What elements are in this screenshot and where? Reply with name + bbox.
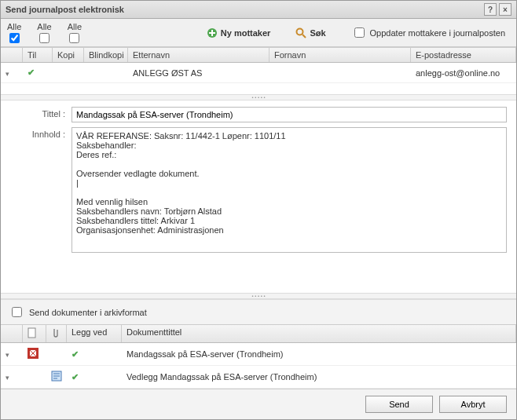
- send-arkivformat-checkbox[interactable]: [12, 307, 22, 317]
- check-alle-3-box[interactable]: [69, 33, 79, 43]
- splitter-top[interactable]: • • • • •: [1, 94, 516, 100]
- recipients-header: Til Kopi Blindkopi Etternavn Fornavn E-p…: [1, 47, 516, 63]
- pdf-icon: [28, 351, 38, 360]
- doc-row[interactable]: ▾ ✔ Mandagssak på ESA-server (Trondheim): [1, 343, 516, 366]
- col-blindkopi[interactable]: Blindkopi: [84, 48, 128, 62]
- check-alle-1-box[interactable]: [9, 33, 20, 43]
- window-title: Send journalpost elektronisk: [6, 5, 124, 14]
- options-bar: Send dokumenter i arkivformat: [1, 299, 516, 324]
- sok-button[interactable]: Søk: [291, 25, 330, 41]
- send-button[interactable]: Send: [365, 396, 433, 413]
- avbryt-button[interactable]: Avbryt: [439, 396, 507, 413]
- ny-mottaker-button[interactable]: Ny mottaker: [202, 25, 276, 41]
- oppdater-label: Oppdater mottakere i journalposten: [370, 28, 505, 38]
- oppdater-checkbox[interactable]: [354, 27, 365, 38]
- paperclip-icon: [51, 327, 60, 338]
- recipient-row[interactable]: ▾ ✔ ANLEGG ØST AS anlegg-ost@online.no: [1, 63, 516, 83]
- tittel-input[interactable]: [72, 107, 507, 122]
- oppdater-mottakere-checkbox[interactable]: Oppdater mottakere i journalposten: [346, 23, 510, 42]
- toolbar: Alle Alle Alle Ny mottaker Søk Oppdater …: [1, 19, 516, 47]
- expand-icon[interactable]: ▾: [6, 351, 9, 359]
- docs-body: ▾ ✔ Mandagssak på ESA-server (Trondheim)…: [1, 343, 516, 389]
- expand-icon[interactable]: ▾: [6, 374, 9, 382]
- check-alle-2-label: Alle: [37, 22, 51, 31]
- check-alle-3[interactable]: Alle: [68, 22, 82, 43]
- leggved-check-icon: ✔: [72, 372, 79, 382]
- innhold-textarea[interactable]: VÅR REFERANSE: Saksnr: 11/442-1 Løpenr: …: [72, 127, 507, 253]
- col-dokumenttittel[interactable]: Dokumenttittel: [122, 325, 516, 342]
- doc-row[interactable]: ▾ ✔ Vedlegg Mandagssak på ESA-server (Tr…: [1, 366, 516, 389]
- col-fornavn[interactable]: Fornavn: [270, 48, 411, 62]
- add-circle-icon: [207, 27, 218, 38]
- svg-rect-3: [28, 328, 35, 338]
- col-epost[interactable]: E-postadresse: [411, 48, 516, 62]
- check-alle-2[interactable]: Alle: [37, 22, 51, 43]
- check-alle-2-box[interactable]: [39, 33, 50, 43]
- col-leggved[interactable]: Legg ved: [67, 325, 122, 342]
- doc-title: Vedlegg Mandagssak på ESA-server (Trondh…: [122, 370, 516, 384]
- cell-epost: anlegg-ost@online.no: [411, 66, 516, 80]
- magnifier-icon: [295, 27, 306, 38]
- page-icon: [28, 327, 37, 338]
- col-kopi[interactable]: Kopi: [53, 48, 84, 62]
- til-check-icon: ✔: [28, 68, 35, 77]
- check-alle-1-label: Alle: [7, 22, 21, 31]
- svg-point-1: [297, 28, 303, 35]
- col-til[interactable]: Til: [23, 48, 53, 62]
- col-etternavn[interactable]: Etternavn: [128, 48, 270, 62]
- sok-label: Søk: [310, 28, 325, 38]
- footer: Send Avbryt: [1, 389, 516, 419]
- close-button[interactable]: ×: [499, 3, 512, 16]
- docs-header: Legg ved Dokumenttittel: [1, 324, 516, 343]
- send-arkivformat-label: Send dokumenter i arkivformat: [29, 308, 147, 317]
- window-titlebar: Send journalpost elektronisk ? ×: [1, 1, 516, 19]
- svg-line-2: [302, 35, 306, 38]
- recipients-body: ▾ ✔ ANLEGG ØST AS anlegg-ost@online.no: [1, 63, 516, 94]
- help-button[interactable]: ?: [484, 3, 497, 16]
- leggved-check-icon: ✔: [72, 349, 79, 359]
- splitter-bottom[interactable]: • • • • •: [1, 293, 516, 299]
- expand-icon[interactable]: ▾: [6, 70, 9, 78]
- doc-icon: [51, 374, 62, 383]
- form-area: Tittel : Innhold : VÅR REFERANSE: Saksnr…: [1, 100, 516, 293]
- col-page-icon: [23, 325, 46, 342]
- tittel-label: Tittel :: [10, 107, 65, 119]
- col-clip-icon: [46, 325, 67, 342]
- cell-etternavn: ANLEGG ØST AS: [128, 66, 270, 80]
- ny-mottaker-label: Ny mottaker: [221, 28, 271, 38]
- check-alle-1[interactable]: Alle: [7, 22, 21, 43]
- doc-title: Mandagssak på ESA-server (Trondheim): [122, 347, 516, 361]
- cell-fornavn: [270, 71, 411, 75]
- innhold-label: Innhold :: [10, 127, 65, 139]
- check-alle-3-label: Alle: [68, 22, 82, 31]
